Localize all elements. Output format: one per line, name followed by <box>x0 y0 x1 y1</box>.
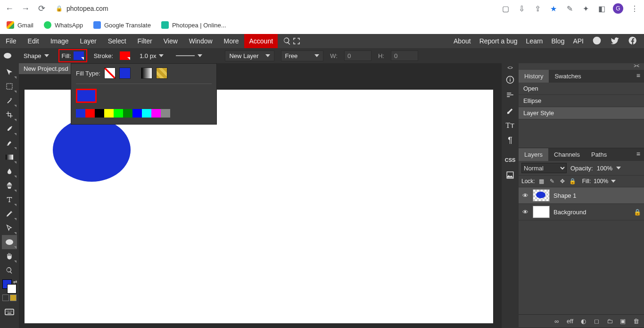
tab-layers[interactable]: Layers <box>519 148 548 161</box>
history-item[interactable]: Layer Style <box>519 107 644 119</box>
history-item[interactable]: Open <box>519 83 644 95</box>
chevron-down-icon[interactable] <box>611 180 616 183</box>
facebook-icon[interactable] <box>628 36 637 47</box>
blend-mode-select[interactable]: Normal <box>521 163 567 173</box>
layer-name[interactable]: Shape 1 <box>553 192 576 199</box>
menu-file[interactable]: File <box>0 34 22 48</box>
fill-color-chip[interactable] <box>74 51 84 60</box>
palette-color[interactable] <box>132 109 142 118</box>
new-layer-icon[interactable]: ▣ <box>619 318 627 325</box>
stroke-style[interactable] <box>173 53 205 58</box>
clone-tool[interactable] <box>2 178 17 193</box>
bookmark-whatsapp[interactable]: WhatsApp <box>44 21 83 29</box>
constrain-select[interactable]: Free <box>281 50 324 61</box>
panel-menu-icon[interactable]: ≡ <box>633 70 644 83</box>
chevron-down-icon[interactable] <box>616 167 621 169</box>
address-bar[interactable]: 🔒 photopea.com <box>53 5 108 12</box>
menu-view[interactable]: View <box>158 34 183 48</box>
adjustment-layer-icon[interactable]: ◐ <box>579 318 587 325</box>
palette-color[interactable] <box>151 109 161 118</box>
wand-tool[interactable] <box>2 93 17 108</box>
fill-control[interactable]: Fill: <box>58 49 87 62</box>
visibility-toggle[interactable]: 👁 <box>521 209 529 216</box>
adjust-panel-icon[interactable] <box>503 88 517 102</box>
profile-avatar[interactable]: G <box>613 3 623 14</box>
share-icon[interactable]: ⇪ <box>533 4 542 13</box>
canvas[interactable] <box>25 90 493 323</box>
layer-thumbnail[interactable] <box>533 189 550 202</box>
palette-color[interactable] <box>95 109 104 118</box>
reddit-icon[interactable] <box>592 36 602 47</box>
hand-tool[interactable] <box>2 249 17 263</box>
character-panel-icon[interactable]: Tᴛ <box>503 118 517 132</box>
path-select-tool[interactable] <box>2 221 17 235</box>
layer-fill-value[interactable]: 100% <box>594 178 608 185</box>
palette-color[interactable] <box>85 109 95 118</box>
bookmark-google-translate[interactable]: Google Translate <box>93 21 151 29</box>
current-fill-swatch[interactable] <box>76 89 97 103</box>
blur-tool[interactable] <box>2 164 17 178</box>
lock-position-icon[interactable]: ✥ <box>559 177 566 185</box>
menu-edit[interactable]: Edit <box>22 34 45 48</box>
tab-channels[interactable]: Channels <box>548 148 586 161</box>
search-icon[interactable] <box>282 36 292 46</box>
layer-thumbnail[interactable] <box>533 206 550 218</box>
fill-type-none[interactable] <box>104 67 116 79</box>
menu-select[interactable]: Select <box>102 34 132 48</box>
forward-button[interactable]: → <box>21 4 30 14</box>
layer-mode-select[interactable]: New Layer <box>225 50 274 61</box>
background-color[interactable] <box>7 284 17 294</box>
mask-icon[interactable]: ◻ <box>592 318 601 325</box>
ellipse-shape-tool[interactable] <box>2 235 17 249</box>
tab-swatches[interactable]: Swatches <box>549 70 586 83</box>
info-panel-icon[interactable] <box>503 73 517 87</box>
bookmark-photopea[interactable]: Photopea | Online... <box>161 21 226 29</box>
visibility-toggle[interactable]: 👁 <box>521 192 529 199</box>
collapse-right-icon[interactable]: >< <box>634 63 639 70</box>
collapse-left-icon[interactable]: <> <box>507 65 513 72</box>
fill-type-pattern[interactable] <box>156 67 167 79</box>
menu-layer[interactable]: Layer <box>74 34 102 48</box>
fill-type-solid[interactable] <box>119 67 131 79</box>
bookmark-gmail[interactable]: Gmail <box>7 21 33 29</box>
link-api[interactable]: API <box>573 37 584 45</box>
link-layers-icon[interactable]: ∞ <box>553 318 561 325</box>
history-item[interactable]: Ellipse <box>519 95 644 107</box>
back-button[interactable]: ← <box>5 4 14 14</box>
opacity-value[interactable]: 100% <box>597 165 612 172</box>
type-tool[interactable] <box>2 193 17 207</box>
lock-pixels-icon[interactable]: ▦ <box>538 177 545 185</box>
menu-filter[interactable]: Filter <box>132 34 158 48</box>
link-about[interactable]: About <box>454 37 471 45</box>
extensions-icon[interactable]: ✦ <box>581 4 590 13</box>
brush-panel-icon[interactable] <box>503 103 517 117</box>
delete-layer-icon[interactable]: 🗑 <box>632 318 640 325</box>
menu-window[interactable]: Window <box>183 34 218 48</box>
layer-effects-icon[interactable]: eff <box>566 318 574 325</box>
stroke-color-chip[interactable] <box>120 51 130 60</box>
keyboard-icon[interactable] <box>2 305 17 319</box>
palette-color[interactable] <box>76 109 85 118</box>
panel-menu-icon[interactable]: ≡ <box>633 148 644 161</box>
eyedropper-ext-icon[interactable]: ✎ <box>565 4 574 13</box>
crop-tool[interactable] <box>2 108 17 122</box>
bookmark-star-icon[interactable]: ★ <box>549 4 558 13</box>
shape-mode-select[interactable]: Shape <box>21 51 52 60</box>
menu-image[interactable]: Image <box>45 34 74 48</box>
eyedropper-tool[interactable] <box>2 122 17 136</box>
folder-icon[interactable]: 🗀 <box>605 318 614 325</box>
download-icon[interactable]: ⇩ <box>517 4 526 13</box>
marquee-tool[interactable] <box>2 79 17 93</box>
fill-type-gradient[interactable] <box>141 67 152 79</box>
palette-color[interactable] <box>161 109 170 118</box>
lock-all-icon[interactable]: 🔒 <box>569 177 577 185</box>
kebab-menu-icon[interactable]: ⋮ <box>630 4 639 13</box>
layer-name[interactable]: Background <box>553 209 586 216</box>
menu-account[interactable]: Account <box>244 34 278 48</box>
brush-tool[interactable] <box>2 136 17 150</box>
swap-colors-icon[interactable]: ⇄ <box>13 279 17 285</box>
palette-color[interactable] <box>114 109 123 118</box>
twitter-icon[interactable] <box>610 36 619 47</box>
image-panel-icon[interactable] <box>503 168 517 182</box>
css-panel-icon[interactable]: CSS <box>503 153 517 167</box>
